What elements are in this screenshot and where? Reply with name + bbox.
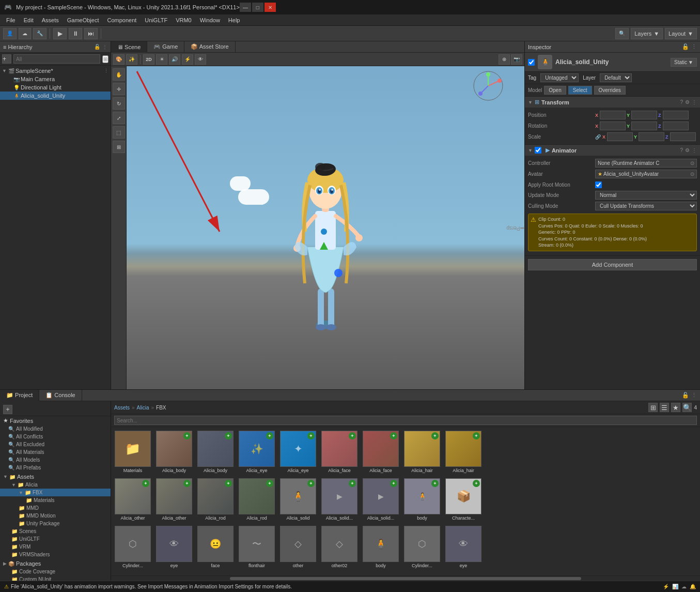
play-button[interactable]: ▶	[53, 28, 67, 39]
scrollbar-thumb[interactable]	[230, 577, 581, 580]
menu-file[interactable]: File	[2, 16, 20, 24]
apply-root-motion-checkbox[interactable]	[595, 181, 602, 188]
model-open-btn[interactable]: Open	[544, 86, 566, 95]
scene-2d-btn[interactable]: 2D	[143, 54, 154, 65]
asset-alicia-solid-3[interactable]: + ▶ Alicia_solid...	[361, 477, 400, 522]
asset-alicia-hair-2[interactable]: + Alicia_hair	[444, 429, 483, 475]
asset-materials[interactable]: 📁 Materials	[113, 429, 152, 475]
hierarchy-lock-icon[interactable]: 🔓	[94, 44, 100, 50]
layout-dropdown[interactable]: Layout ▼	[665, 28, 697, 39]
sidebar-alicia[interactable]: ▼ 📁 Alicia	[0, 481, 111, 489]
rot-y-input[interactable]: 0	[631, 122, 657, 130]
status-icon-2[interactable]: 📊	[672, 584, 678, 589]
menu-gameobject[interactable]: GameObject	[63, 16, 103, 24]
layer-dropdown[interactable]: Default	[600, 73, 632, 82]
pos-x-input[interactable]: 0	[600, 111, 626, 119]
sidebar-unity-package[interactable]: 📁 Unity Package	[0, 520, 111, 527]
asset-alicia-body-2[interactable]: + Alicia_body	[196, 429, 235, 475]
minimize-button[interactable]: —	[240, 3, 251, 12]
project-view-btn2[interactable]: ☰	[660, 403, 669, 412]
asset-alicia-face-2[interactable]: + Alicia_face	[361, 429, 400, 475]
step-button[interactable]: ⏭	[84, 28, 98, 39]
menu-edit[interactable]: Edit	[20, 16, 38, 24]
status-icon-4[interactable]: 🔔	[690, 584, 696, 589]
hierarchy-search-input[interactable]	[13, 54, 100, 64]
asset-alicia-eye-2[interactable]: + ✦ Alicia_eye	[278, 429, 318, 475]
asset-eye-2[interactable]: 👁 eye	[444, 524, 483, 570]
update-mode-dropdown[interactable]: Normal	[595, 191, 697, 200]
avatar-ref[interactable]: ★ Alicia_solid_UnityAvatar ⊙	[595, 170, 697, 178]
project-view-btn4[interactable]: 🔍	[682, 403, 692, 412]
menu-window[interactable]: Window	[196, 16, 224, 24]
hierarchy-add-btn[interactable]: +	[2, 54, 11, 64]
hand-tool[interactable]: ✋	[113, 68, 125, 81]
asset-alicia-other-2[interactable]: + Alicia_other	[154, 477, 194, 522]
sidebar-vrm[interactable]: 📁 VRM	[0, 543, 111, 551]
asset-alicia-solid-1[interactable]: + 🧍 Alicia_solid	[278, 477, 318, 522]
scene-menu-icon[interactable]: ⋮	[104, 68, 108, 73]
sidebar-code-coverage[interactable]: 📁 Code Coverage	[0, 568, 111, 575]
bottom-menu-icon[interactable]: ⋮	[691, 392, 697, 399]
toolbar-collab-btn[interactable]: 🔧	[33, 28, 46, 39]
menu-assets[interactable]: Assets	[38, 16, 63, 24]
scene-shading-btn[interactable]: 🎨	[113, 54, 125, 65]
sidebar-mmd-motion[interactable]: 📁 MMD Motion	[0, 512, 111, 520]
menu-component[interactable]: Component	[103, 16, 141, 24]
object-active-checkbox[interactable]	[528, 59, 535, 66]
asset-alicia-hair-1[interactable]: + Alicia_hair	[402, 429, 442, 475]
project-search-input[interactable]	[114, 416, 697, 425]
tab-game[interactable]: 🎮 Game	[147, 41, 184, 53]
sidebar-all-materials[interactable]: 🔍 All Materials	[0, 448, 111, 456]
path-fbx[interactable]: FBX	[156, 405, 166, 411]
transform-header[interactable]: ▼ ⊞ Transform ? ⚙ ⋮	[525, 97, 700, 108]
rot-z-input[interactable]: 0	[663, 122, 689, 130]
menu-help[interactable]: Help	[224, 16, 244, 24]
hierarchy-item-directionallight[interactable]: 💡 Directional Light	[0, 83, 111, 92]
inspector-lock-icon[interactable]: 🔓	[682, 43, 689, 50]
asset-other[interactable]: ◇ other	[278, 524, 318, 570]
sidebar-all-conflicts[interactable]: 🔍 All Conflicts	[0, 433, 111, 441]
asset-flonthair[interactable]: 〜 flonthair	[237, 524, 276, 570]
asset-face[interactable]: 😐 face	[196, 524, 235, 570]
scene-fx-btn[interactable]: ✨	[126, 54, 137, 65]
rotate-tool[interactable]: ↻	[113, 97, 125, 110]
asset-alicia-solid-2[interactable]: + ▶ Alicia_solid...	[320, 477, 359, 522]
asset-eye[interactable]: 👁 eye	[154, 524, 194, 570]
transform-settings-icon[interactable]: ⚙	[685, 99, 690, 105]
sidebar-all-prefabs[interactable]: 🔍 All Prefabs	[0, 464, 111, 472]
project-add-btn[interactable]: +	[3, 405, 12, 414]
project-scrollbar[interactable]	[111, 575, 700, 581]
tag-dropdown[interactable]: Untagged	[540, 73, 579, 82]
scale-x-input[interactable]: 1	[607, 132, 633, 141]
scale-y-input[interactable]: 1	[639, 132, 664, 141]
static-button[interactable]: Static ▼	[671, 58, 697, 67]
scene-viewport[interactable]: ⬅Persp	[127, 66, 524, 389]
pos-y-input[interactable]: 0	[631, 111, 657, 119]
transform-tool[interactable]: ⊞	[113, 141, 125, 153]
scene-gizmo-btn[interactable]: ⊕	[499, 54, 510, 65]
animator-settings-icon[interactable]: ⚙	[685, 147, 690, 153]
hierarchy-item-maincamera[interactable]: 📷 Main Camera	[0, 75, 111, 83]
close-button[interactable]: ✕	[265, 3, 276, 12]
animator-info-icon[interactable]: ?	[680, 147, 683, 153]
animator-header[interactable]: ▼ ▶ Animator ? ⚙ ⋮	[525, 145, 700, 156]
asset-alicia-eye-1[interactable]: + ✨ Alicia_eye	[237, 429, 276, 475]
asset-alicia-rod-2[interactable]: + Alicia_rod	[237, 477, 276, 522]
culling-mode-dropdown[interactable]: Cull Update Transforms	[595, 202, 697, 210]
asset-character[interactable]: + 📦 Characte...	[444, 477, 483, 522]
scene-audio-btn[interactable]: 🔊	[169, 54, 180, 65]
search-button[interactable]: 🔍	[615, 28, 629, 39]
scene-view-container[interactable]: ✋ ✛ ↻ ⤢ ⬚ ⊞ ⬅Persp	[111, 66, 524, 389]
asset-alicia-rod-1[interactable]: + Alicia_rod	[196, 477, 235, 522]
asset-other02[interactable]: ◇ other02	[320, 524, 359, 570]
tab-assetstore[interactable]: 📦 Asset Store	[184, 41, 235, 53]
animator-enabled-checkbox[interactable]	[535, 147, 541, 154]
rot-x-input[interactable]: 0	[600, 122, 626, 130]
tab-scene[interactable]: 🖥 Scene	[111, 41, 147, 53]
asset-alicia-other-1[interactable]: + Alicia_other	[113, 477, 152, 522]
toolbar-account-btn[interactable]: 👤	[3, 28, 17, 39]
scale-tool[interactable]: ⤢	[113, 112, 125, 124]
inspector-menu-icon[interactable]: ⋮	[691, 43, 697, 50]
project-view-btn1[interactable]: ⊞	[648, 403, 658, 412]
scene-camera-btn[interactable]: 📷	[511, 54, 522, 65]
